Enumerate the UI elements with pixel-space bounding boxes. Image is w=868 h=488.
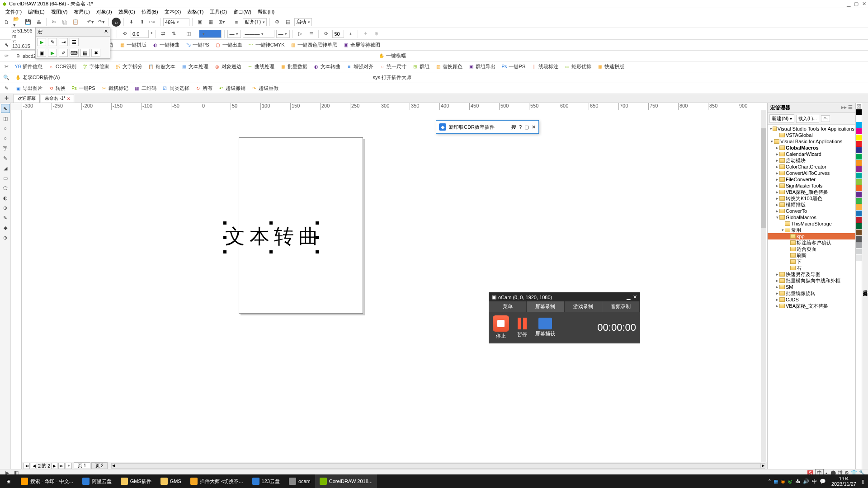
selection-handle[interactable]: [316, 221, 319, 225]
plugin-转换[interactable]: ⟲转换: [47, 85, 67, 92]
selection-handle[interactable]: [269, 221, 273, 225]
macro-run-button[interactable]: ▶: [37, 38, 46, 46]
selection-handle[interactable]: [269, 250, 273, 253]
macro-folder-button[interactable]: 🗀: [821, 115, 830, 122]
tree-item[interactable]: ▾GlobalMacros: [768, 214, 855, 221]
color-swatch[interactable]: [856, 154, 862, 160]
tree-item[interactable]: ▸SignMasterTools: [768, 183, 855, 189]
ocam-tab-0[interactable]: 菜单: [489, 301, 527, 312]
laoli-plugin[interactable]: ✋ 老李CDR插件(A): [14, 74, 61, 81]
color-swatch[interactable]: [856, 211, 862, 217]
color-swatch[interactable]: [856, 230, 862, 236]
macro-del-button[interactable]: ✖: [91, 49, 100, 57]
cut-button[interactable]: ✄: [49, 18, 58, 27]
copy-button[interactable]: ⿻: [60, 18, 69, 27]
selection-handle[interactable]: [223, 221, 226, 225]
plugin-插件信息[interactable]: YG插件信息: [14, 63, 44, 70]
taskbar-clock[interactable]: 1:042023/11/27: [829, 476, 859, 487]
menu-对象(J)[interactable]: 对象(J): [94, 9, 115, 15]
tree-item[interactable]: ▸GlobalMacros: [768, 145, 855, 151]
line-style-combo[interactable]: ———: [243, 30, 274, 38]
macro-rec-button[interactable]: ▣: [37, 49, 46, 57]
docker-tab-hints[interactable]: 提示 对象属性: [862, 103, 868, 469]
snap-button[interactable]: ⊞▾: [217, 18, 226, 27]
fullscreen-button[interactable]: ▣: [195, 18, 204, 27]
plugin-一键PS[interactable]: Ps一键PS: [500, 63, 527, 70]
plugin-help-button[interactable]: ?: [519, 124, 522, 130]
add-button[interactable]: ⊕: [372, 29, 381, 38]
tree-item[interactable]: ▸ConvertAllToCurves: [768, 170, 855, 176]
color-swatch[interactable]: [856, 204, 862, 211]
spin-input[interactable]: [332, 30, 344, 38]
tool-13[interactable]: ⊕: [1, 233, 10, 242]
plugin-同类选择[interactable]: ☑同类选择: [160, 85, 191, 92]
zoom-combo[interactable]: 46%: [163, 18, 189, 26]
macro-popup[interactable]: 宏 ✕ ▶ ✎ ⇥ ☰ ▣ ▶ ✐ ⌨ ▦ ✖: [35, 27, 110, 59]
tree-item[interactable]: ▾Visual Studio Tools for Applications: [768, 126, 855, 132]
plugin-线段标注[interactable]: |线段标注: [529, 63, 560, 70]
color-swatch[interactable]: [856, 249, 862, 255]
tree-item[interactable]: ▸批量横向纵向中线和外框: [768, 277, 855, 284]
pick-tool-mini[interactable]: ⬉: [2, 41, 11, 50]
color-swatch[interactable]: [856, 236, 862, 242]
tool-10[interactable]: ⊕: [1, 203, 10, 212]
taskbar-item[interactable]: 插件大师 <切换不...: [186, 474, 248, 488]
color-swatch[interactable]: [856, 198, 862, 204]
tree-item[interactable]: ▸SM: [768, 284, 855, 290]
taskbar-item[interactable]: CorelDRAW 2018...: [315, 474, 377, 488]
macro-grid-button[interactable]: ▦: [80, 49, 90, 57]
menu-布局(L)[interactable]: 布局(L): [71, 9, 92, 15]
tree-item[interactable]: ▸VBA探秘_文本替换: [768, 303, 855, 309]
plugin-群组导出[interactable]: ▣群组导出: [467, 63, 497, 70]
plugin-裁切标记[interactable]: ✂裁切标记: [99, 85, 130, 92]
tree-item[interactable]: ▸FileConverter: [768, 176, 855, 183]
ocam-window[interactable]: ▣ oCam (0, 0, 1920, 1080) ▁ ✕ 菜单屏幕录制游戏录制…: [489, 292, 640, 343]
page-next[interactable]: ▶: [51, 463, 57, 469]
selection-handle[interactable]: [316, 236, 319, 239]
macro-play2-button[interactable]: ▶: [48, 49, 57, 57]
paste-button[interactable]: 📋: [71, 18, 80, 27]
macro-assign-button[interactable]: ⌨: [70, 49, 79, 57]
color-swatch[interactable]: [856, 116, 862, 122]
tree-item[interactable]: ▸批量镜像旋转: [768, 290, 855, 296]
plugin-文字拆分[interactable]: 拆文字拆分: [113, 63, 144, 70]
page-tab-1[interactable]: 页 2: [91, 462, 108, 469]
tree-item[interactable]: ▸启动模块: [768, 157, 855, 164]
panel-menu-icon[interactable]: ▸▸ ☰: [841, 104, 853, 111]
plugin-close-button[interactable]: ✕: [532, 124, 536, 130]
color-swatch[interactable]: [856, 185, 862, 192]
tree-item[interactable]: ▸转换为K100黑色: [768, 195, 855, 202]
plugin-增强对齐[interactable]: ≡增强对齐: [344, 63, 375, 70]
plugin-矩形优排[interactable]: ▭矩形优排: [562, 63, 593, 70]
horizontal-scrollbar[interactable]: ◀ ▶: [111, 463, 765, 469]
vertical-scrollbar[interactable]: [761, 110, 766, 462]
canvas[interactable]: 文本转曲: [22, 110, 767, 462]
color-swatch[interactable]: [856, 109, 862, 116]
spin-plus[interactable]: +: [346, 29, 355, 38]
line-start-combo[interactable]: —: [227, 30, 241, 38]
menu-工具(O)[interactable]: 工具(O): [207, 9, 230, 15]
tool-4[interactable]: 字: [1, 144, 10, 153]
selection-handle[interactable]: [223, 250, 226, 253]
tool-9[interactable]: ◐: [1, 193, 10, 202]
macro-load-button[interactable]: 载入(L)...: [796, 115, 819, 123]
minimize-button[interactable]: ▁: [847, 1, 850, 7]
tool-3[interactable]: ○: [1, 134, 10, 143]
tool-12[interactable]: ◆: [1, 223, 10, 232]
selected-text-object[interactable]: 文本转曲: [225, 223, 323, 250]
tree-item[interactable]: 标注给客户确认: [768, 239, 855, 246]
page-prev[interactable]: ◀: [31, 463, 37, 469]
plugin-max-button[interactable]: ▢: [524, 124, 529, 130]
tree-item[interactable]: ▸ConverTo: [768, 208, 855, 214]
macro-list-button[interactable]: ☰: [70, 38, 79, 46]
import-button[interactable]: ⬇: [127, 18, 136, 27]
plugin-float-window[interactable]: ◆ 新印联CDR效率插件 搜 ? ▢ ✕: [436, 120, 539, 134]
doc-tab-close[interactable]: ×: [67, 96, 70, 101]
tray-ime-icon[interactable]: 中: [812, 478, 817, 485]
taskbar-item[interactable]: ocam: [284, 474, 315, 488]
page-first[interactable]: ⏮: [24, 463, 30, 469]
no-color-swatch[interactable]: ⊠: [856, 103, 862, 109]
tool-1[interactable]: ◫: [1, 114, 10, 123]
tree-item[interactable]: ▾常用: [768, 227, 855, 233]
save-button[interactable]: 💾: [24, 18, 33, 27]
